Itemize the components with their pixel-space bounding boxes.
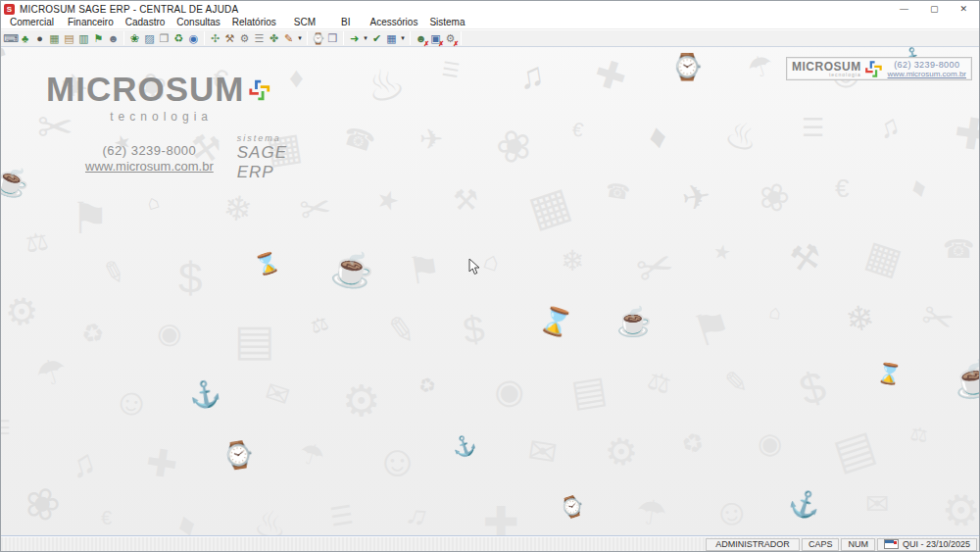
chevron-down-icon[interactable]: ▾ [399,34,407,42]
watermark-glyph: ⌛ [875,360,903,387]
watermark-glyph: ⌚ [557,492,587,523]
edit-doc-icon[interactable]: ✎ [281,30,296,46]
watermark-glyph: ☎ [943,234,974,265]
chevron-down-icon[interactable]: ▾ [362,34,369,42]
watermark-glyph: ✚ [951,106,979,161]
badge-website-link[interactable]: www.microsum.com.br [888,70,966,78]
watermark-glyph: ❀ [18,475,68,533]
watermark-glyph: ☺ [710,488,754,535]
watermark-glyph: $ [178,254,202,303]
toolbar-separator [461,31,462,45]
watermark-glyph: ✎ [384,309,418,352]
menu-item-relatorios[interactable]: Relatórios [226,16,282,28]
columns-icon[interactable]: ☰ [252,30,267,46]
watermark-glyph: ❄ [561,244,584,277]
badge-brand-text: MICROSUM [792,61,861,73]
system-name: SAGE ERP [237,143,287,182]
photo-icon[interactable]: ▨ [142,30,157,46]
clock-icon[interactable]: ⌚ [311,30,325,46]
folder-icon[interactable]: ▥ [76,30,91,46]
organizer-icon[interactable]: ▤ [62,30,76,46]
system-label: sistema [237,133,287,143]
watermark-glyph: ✈ [419,123,443,156]
person-icon[interactable]: ☻ [106,30,121,46]
menu-item-acessorios[interactable]: Acessórios [364,16,423,28]
plant-icon[interactable]: ♣ [18,30,32,46]
watermark-glyph: ⚓ [187,377,223,413]
watermark-glyph: ☺ [110,378,154,427]
blocked-overlay-icon: ✗ [453,40,459,47]
status-date: QUI - 23/10/2025 [877,538,977,551]
console-icon[interactable]: ⚑ [91,30,106,46]
mouse-cursor-icon [468,258,480,276]
cube-icon[interactable]: ❒ [325,30,340,46]
minimize-button[interactable]: — [900,4,908,14]
watermark-glyph: ⚖ [908,422,929,448]
coin-icon[interactable]: ⚙ [237,30,252,46]
app-window: S MICROSUM SAGE ERP - CENTRAL DE AJUDA —… [0,0,980,552]
chevron-down-icon[interactable]: ▾ [296,34,304,42]
watermark-glyph: ❄ [220,187,255,230]
globe-icon[interactable]: ◉ [186,30,201,46]
user-block-icon[interactable]: ☻✗ [414,30,428,46]
truck-icon[interactable]: ⚒ [222,30,237,46]
cash-register-icon[interactable]: ▦ [47,30,62,46]
watermark-glyph: ♻ [416,372,439,399]
watermark-glyph: ♨ [719,111,764,162]
menu-item-sistema[interactable]: Sistema [423,16,470,28]
badge-phone: (62) 3239-8000 [894,60,959,70]
group-icon[interactable]: ✤ [267,30,281,46]
gear-block-icon[interactable]: ⚙✗ [443,30,458,46]
watermark-glyph: ▤ [234,315,275,365]
watermark-glyph: ⌂ [480,244,505,277]
go-arrow-icon[interactable]: ➜ [347,30,362,46]
watermark-glyph: $ [794,361,832,415]
watermark-glyph: ☕ [1,160,34,203]
watermark-glyph: ◉ [153,314,187,353]
calculator-icon[interactable]: ▦ [384,30,399,46]
watermark-glyph: ☕ [616,305,652,338]
watermark-glyph: ⚑ [686,298,738,358]
watermark-glyph: ✉ [261,375,294,414]
watermark-glyph: ☎ [1,47,11,66]
close-button[interactable]: ✕ [959,4,967,14]
menu-item-bi[interactable]: BI [335,16,356,28]
menu-item-consultas[interactable]: Consultas [171,16,225,28]
watermark-glyph: ⚖ [24,226,51,259]
watermark-glyph: ★ [372,182,404,219]
website-link[interactable]: www.microsum.com.br [85,159,214,174]
bird-icon[interactable]: ✣ [208,30,222,46]
status-num: NUM [841,538,875,551]
watermark-glyph: ⚑ [71,193,109,243]
watermark-glyph: ☕ [328,247,377,293]
watermark-glyph: ✉ [525,430,560,474]
recycle-icon[interactable]: ♻ [172,30,186,46]
watermark-glyph: ☎ [604,177,631,205]
menu-item-cadastro[interactable]: Cadastro [120,16,172,28]
monitor-block-icon[interactable]: ▣✗ [428,30,443,46]
computer-icon[interactable]: ⌨ [3,30,18,46]
watermark-glyph: ♫ [64,441,100,486]
watermark-glyph: ♦ [906,171,930,206]
watermark-glyph: ◉ [758,427,782,460]
maximize-button[interactable]: ▢ [930,4,939,14]
main-content: ☎✈❀€♦♨☰♫✚⌚☂☺⚓✂★⚒▦☎✈❀€♦♨☰♫✚☕⚑⌂❄✂★⚒▦☎✈❀€♦⚖… [1,47,979,536]
watermark-glyph: ⚙ [935,480,979,535]
watermark-glyph: ✈ [679,176,713,219]
menu-item-comercial[interactable]: Comercial [4,16,60,28]
menu-item-scm[interactable]: SCM [288,16,321,28]
status-user: ADMINISTRADOR [706,538,800,551]
toolbar-separator [204,31,205,45]
toolbar: ⌨♣●▦▤▥⚑☻❀▨❐♻◉✣⚒⚙☰✤✎▾⌚❒➜▾✔▦▾☻✗▣✗⚙✗ [1,29,979,47]
watermark-glyph: ✉ [865,487,889,521]
pouch-icon[interactable]: ● [32,30,47,46]
watermark-glyph: ⌛ [252,249,282,279]
menu-item-financeiro[interactable]: Financeiro [62,16,120,28]
check-icon[interactable]: ✔ [369,30,384,46]
brand-tagline: tecnologia [46,110,271,124]
copy-icon[interactable]: ❐ [157,30,172,46]
watermark-glyph: ☰ [440,57,461,83]
phone-number: (62) 3239-8000 [85,143,214,158]
toolbar-separator [307,31,308,45]
ledger-icon[interactable]: ❀ [127,30,142,46]
